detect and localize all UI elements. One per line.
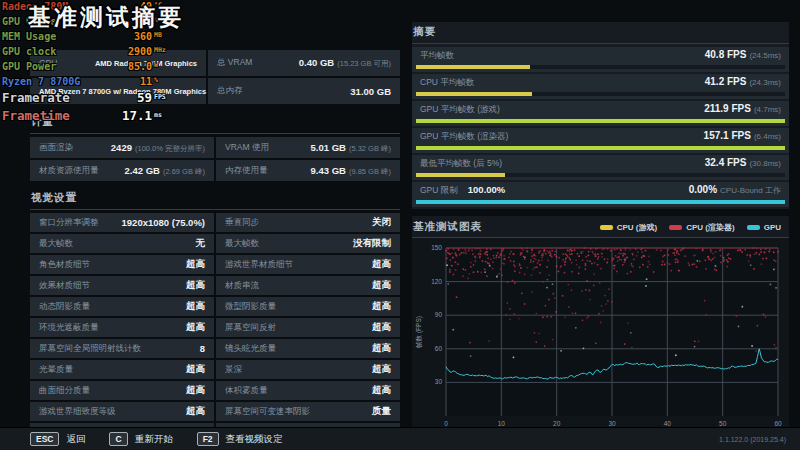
cell-label: 动态阴影质量 [39,301,90,313]
summary-stat-row: 平均帧数 40.8 FPS (24.5ms) [412,47,789,72]
svg-text:30: 30 [608,420,616,427]
cell-label: 内存使用量 [225,165,268,177]
stat-value: 32.4 FPS [705,157,747,168]
osd-metric-value: 11 [98,75,152,88]
cell-label: 垂直同步 [225,217,259,229]
svg-text:帧数 (FPS): 帧数 (FPS) [415,316,423,348]
cell-value: 超高 [372,300,391,313]
chart-header: 基准测试图表 CPU (游戏) CPU (渲染器) GPU [412,216,789,238]
svg-text:150: 150 [431,244,442,251]
table-cell: 垂直同步 关闭 [216,213,400,232]
stat-label: 平均帧数 [420,50,454,62]
key-hint[interactable]: F2 查看视频设定 [197,432,283,446]
legend-item: GPU [747,223,781,232]
cell-value: 1920x1080 (75.0%) [122,217,205,228]
stat-bar-fill [416,200,785,204]
cell-label: 体积雾质量 [225,385,268,397]
osd-line: Frametime 17.1 ms [2,108,166,126]
stat-note: (24.3ms) [749,78,781,87]
svg-text:60: 60 [774,420,782,427]
stat-bar-fill [416,173,505,177]
svg-text:30: 30 [435,378,443,385]
cell-value: 超高 [186,300,205,313]
cell-value: 没有限制 [353,237,391,250]
cell-value: 质量 [372,405,391,418]
cell-note: (100.0% 完整分辨率) [135,144,205,153]
table-cell: 材质串流 超高 [216,276,400,295]
osd-metric-label: Framerate [2,90,98,105]
stat-bar-track [416,146,785,150]
bottom-bar: ESC 返回 C 重新开始 F2 查看视频设定 1.1.122.0 (2019.… [0,427,800,450]
stat-note: (6.4ms) [754,132,781,141]
stat-label: GPU 限制 [420,185,458,197]
table-cell: 微型阴影质量 超高 [216,297,400,316]
cell-value: 8 [200,343,205,354]
stat-value: 211.9 FPS [704,103,751,114]
table-cell: VRAM 使用 5.01 GB(5.32 GB 峰) [216,137,400,158]
key-hint[interactable]: C 重新开始 [109,432,172,446]
table-cell: 游戏世界细致度等级 超高 [30,402,214,421]
table-cell: 曲面细分质量 超高 [30,381,214,400]
stat-bar-track [416,200,785,204]
osd-metric-unit: MHz [154,44,166,57]
cell-label: 屏幕空间全局照明射线计数 [39,343,141,355]
cell-value: 超高 [372,363,391,376]
osd-metric-unit: ms [154,108,166,123]
legend-label: GPU [764,223,781,232]
osd-line: GPU Power 85.0 W [2,60,166,75]
version-text: 1.1.122.0 (2019.25.4) [719,436,786,443]
stat-bar-track [416,65,785,69]
cell-value: 9.43 GB(9.85 GB 峰) [311,165,392,177]
osd-metric-value: 2900 [98,45,152,58]
cell-label: 最大帧数 [225,238,259,250]
cell-value: 超高 [186,405,205,418]
osd-metric-label: GPU clock [2,45,98,58]
table-cell: 总 VRAM 0.40 GB(15.23 GB 可用) [208,50,400,76]
summary-stat-row: GPU 限制 100.00% 0.00% CPU-Bound 工作 [412,182,789,207]
summary-header: 摘要 [412,22,789,44]
cell-label: 屏幕空间反射 [225,322,276,334]
chart-title: 基准测试图表 [413,220,482,234]
key-cap: C [109,432,127,446]
stat-note: (24.5ms) [749,51,781,60]
right-column: 摘要 平均帧数 40.8 FPS (24.5ms) CPU 平均帧数 [412,22,789,450]
metrics-table: 画面渲染 2429(100.0% 完整分辨率) VRAM 使用 5.01 GB(… [30,137,400,181]
stat-bar-fill [416,65,530,69]
cell-value: 超高 [372,279,391,292]
cell-value: 超高 [186,279,205,292]
legend-item: CPU (渲染器) [669,222,734,233]
key-cap: F2 [197,432,219,446]
summary-stat-row: GPU 平均帧数 (渲染器) 157.1 FPS (6.4ms) [412,128,789,153]
cell-label: 游戏世界材质细节 [225,259,293,271]
cell-label: 镜头眩光质量 [225,343,276,355]
table-cell: 角色材质细节 超高 [30,255,214,274]
benchmark-chart: 3060901201500102030405060时间 (秒)帧数 (FPS) [412,238,789,450]
key-hint-label: 查看视频设定 [226,433,283,446]
cell-label: 屏幕空间可变速率阴影 [225,406,310,418]
osd-metric-value: 59 [98,90,152,105]
cell-label: 光晕质量 [39,364,73,376]
cell-value: 超高 [186,321,205,334]
cell-value: 关闭 [372,216,391,229]
stat-bar-fill [416,119,785,123]
cell-label: 最大帧数 [39,238,73,250]
osd-line: Ryzen 7 8700G 11 % [2,75,166,90]
stat-value: 157.1 FPS [704,130,751,141]
svg-text:90: 90 [435,311,443,318]
summary-stat-row: GPU 平均帧数 (游戏) 211.9 FPS (4.7ms) [412,101,789,126]
legend-swatch [747,225,760,230]
cell-label: 景深 [225,364,242,376]
cell-label: 材质资源使用量 [39,165,99,177]
table-cell: 动态阴影质量 超高 [30,297,214,316]
table-cell: 窗口分辨率调整 1920x1080 (75.0%) [30,213,214,232]
osd-metric-label: Ryzen 7 8700G [2,75,98,88]
osd-metric-unit: % [154,74,166,87]
summary-panel: 摘要 平均帧数 40.8 FPS (24.5ms) CPU 平均帧数 [412,22,789,209]
stat-note: CPU-Bound 工作 [720,185,781,196]
cell-value: 超高 [186,384,205,397]
legend-swatch [600,225,613,230]
table-cell: 最大帧数 没有限制 [216,234,400,253]
cell-label: 总 VRAM [217,57,252,69]
osd-metric-unit: FPS [154,90,166,105]
key-hint[interactable]: ESC 返回 [30,432,85,446]
